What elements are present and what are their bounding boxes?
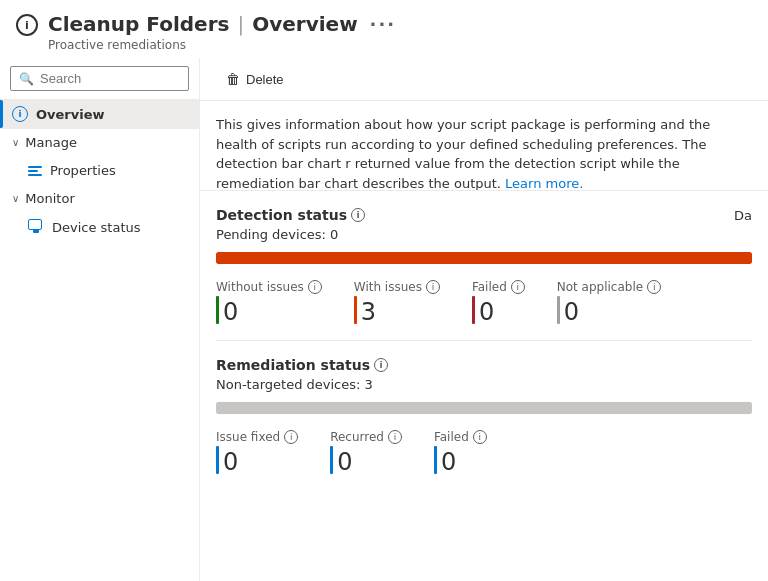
- content-area: 🗑 Delete This gives information about ho…: [200, 58, 768, 581]
- remediation-bar-chart: [216, 402, 752, 414]
- sidebar-label-monitor: Monitor: [25, 191, 74, 206]
- stat-without-issues: Without issues i 0: [216, 280, 322, 324]
- without-issues-info-icon[interactable]: i: [308, 280, 322, 294]
- main-layout: 🔍 ✕ « i Overview ∨ Manage Properties ∨ M…: [0, 58, 768, 581]
- stat-not-applicable: Not applicable i 0: [557, 280, 661, 324]
- issue-fixed-bar: [216, 446, 219, 474]
- sidebar-label-device-status: Device status: [52, 220, 141, 235]
- search-input[interactable]: [40, 71, 200, 86]
- stat-label-recurred: Recurred i: [330, 430, 402, 444]
- title-divider: |: [237, 12, 244, 36]
- remediation-non-targeted: Non-targeted devices: 3: [216, 377, 752, 392]
- delete-icon: 🗑: [226, 71, 240, 87]
- header-subtitle: Proactive remediations: [48, 38, 396, 52]
- recurred-bar: [330, 446, 333, 474]
- stat-label-detection-failed: Failed i: [472, 280, 525, 294]
- stat-label-remediation-failed: Failed i: [434, 430, 487, 444]
- stat-value-issue-fixed: 0: [216, 446, 298, 474]
- stat-value-recurred: 0: [330, 446, 402, 474]
- remediation-bar-fill: [216, 402, 752, 414]
- sidebar-label-properties: Properties: [50, 163, 116, 178]
- remediation-stat-items: Issue fixed i 0 Recurred i: [216, 430, 752, 474]
- detection-failed-info-icon[interactable]: i: [511, 280, 525, 294]
- sidebar-section-manage[interactable]: ∨ Manage: [0, 129, 199, 156]
- sidebar-section-monitor[interactable]: ∨ Monitor: [0, 185, 199, 212]
- device-icon: [28, 219, 44, 235]
- detection-status-title: Detection status i: [216, 207, 365, 223]
- remediation-failed-info-icon[interactable]: i: [473, 430, 487, 444]
- header-title: Cleanup Folders | Overview ···: [48, 12, 396, 36]
- with-issues-bar: [354, 296, 357, 324]
- sidebar-label-overview: Overview: [36, 107, 105, 122]
- detection-pending: Pending devices: 0: [216, 227, 752, 242]
- header-icon: i: [16, 14, 38, 36]
- description-text: This gives information about how your sc…: [200, 101, 768, 191]
- stat-with-issues: With issues i 3: [354, 280, 440, 324]
- info-icon: i: [12, 106, 28, 122]
- stat-value-without-issues: 0: [216, 296, 322, 324]
- recurred-info-icon[interactable]: i: [388, 430, 402, 444]
- header-text: Cleanup Folders | Overview ··· Proactive…: [48, 12, 396, 52]
- stat-value-detection-failed: 0: [472, 296, 525, 324]
- stat-label-issue-fixed: Issue fixed i: [216, 430, 298, 444]
- more-options-icon[interactable]: ···: [370, 14, 397, 35]
- detection-stat-items: Without issues i 0 With issues i: [216, 280, 752, 324]
- stat-value-remediation-failed: 0: [434, 446, 487, 474]
- learn-more-link[interactable]: Learn more.: [505, 176, 583, 191]
- stat-remediation-failed: Failed i 0: [434, 430, 487, 474]
- chevron-monitor-icon: ∨: [12, 193, 19, 204]
- stat-recurred: Recurred i 0: [330, 430, 402, 474]
- app-title: Cleanup Folders: [48, 12, 229, 36]
- stat-label-with-issues: With issues i: [354, 280, 440, 294]
- stat-value-with-issues: 3: [354, 296, 440, 324]
- sidebar-item-properties[interactable]: Properties: [0, 156, 199, 185]
- detection-failed-bar: [472, 296, 475, 324]
- with-issues-info-icon[interactable]: i: [426, 280, 440, 294]
- bars-icon: [28, 166, 42, 176]
- detection-status-section: Detection status i Da Pending devices: 0…: [200, 191, 768, 340]
- sidebar: 🔍 ✕ « i Overview ∨ Manage Properties ∨ M…: [0, 58, 200, 581]
- delete-button[interactable]: 🗑 Delete: [216, 66, 294, 92]
- remediation-info-icon[interactable]: i: [374, 358, 388, 372]
- detection-da-label: Da: [734, 208, 752, 223]
- detection-bar-chart: [216, 252, 752, 264]
- search-bar[interactable]: 🔍 ✕ «: [10, 66, 189, 91]
- without-issues-bar: [216, 296, 219, 324]
- toolbar: 🗑 Delete: [200, 58, 768, 101]
- detection-status-header: Detection status i Da: [216, 207, 752, 223]
- chevron-manage-icon: ∨: [12, 137, 19, 148]
- issue-fixed-info-icon[interactable]: i: [284, 430, 298, 444]
- stat-issue-fixed: Issue fixed i 0: [216, 430, 298, 474]
- remediation-failed-bar: [434, 446, 437, 474]
- stat-value-not-applicable: 0: [557, 296, 661, 324]
- delete-label: Delete: [246, 72, 284, 87]
- remediation-status-section: Remediation status i Non-targeted device…: [200, 341, 768, 490]
- sidebar-item-overview[interactable]: i Overview: [0, 99, 199, 129]
- remediation-status-header: Remediation status i: [216, 357, 752, 373]
- remediation-status-title: Remediation status i: [216, 357, 388, 373]
- stat-label-without-issues: Without issues i: [216, 280, 322, 294]
- search-icon: 🔍: [19, 72, 34, 86]
- page-header: i Cleanup Folders | Overview ··· Proacti…: [0, 0, 768, 58]
- sidebar-item-device-status[interactable]: Device status: [0, 212, 199, 242]
- detection-info-icon[interactable]: i: [351, 208, 365, 222]
- detection-bar-fill: [216, 252, 752, 264]
- stat-label-not-applicable: Not applicable i: [557, 280, 661, 294]
- not-applicable-bar: [557, 296, 560, 324]
- not-applicable-info-icon[interactable]: i: [647, 280, 661, 294]
- stat-detection-failed: Failed i 0: [472, 280, 525, 324]
- description-body: This gives information about how your sc…: [216, 117, 710, 191]
- section-title: Overview: [252, 12, 357, 36]
- sidebar-label-manage: Manage: [25, 135, 77, 150]
